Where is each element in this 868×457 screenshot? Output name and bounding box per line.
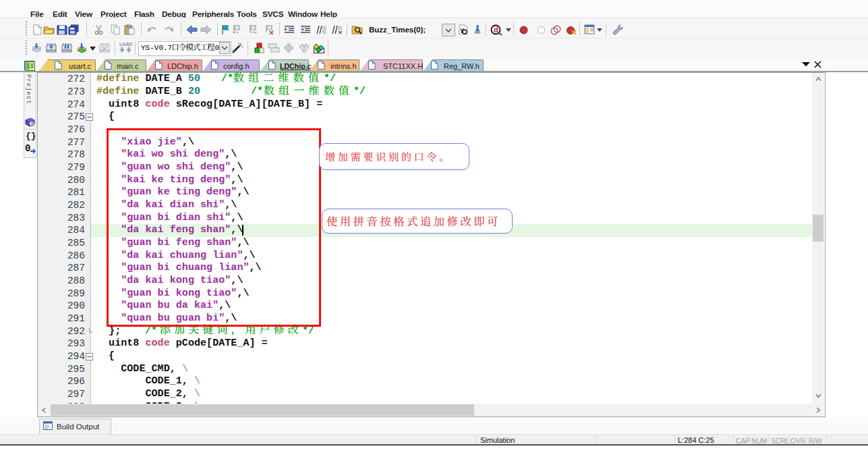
svg-text:d: d [494, 26, 498, 34]
svg-text:?: ? [30, 121, 34, 127]
svg-text:LOAD: LOAD [119, 42, 132, 47]
